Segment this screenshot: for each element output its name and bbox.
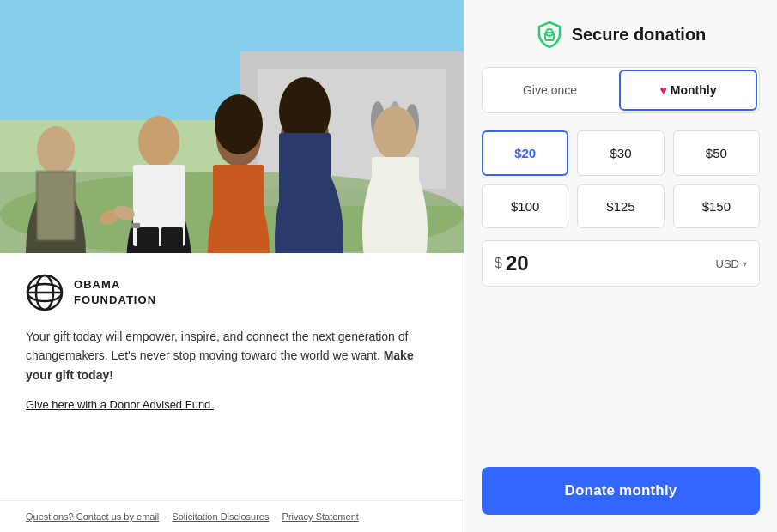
disclosures-link[interactable]: Solicitation Disclosures (172, 511, 269, 522)
secure-header: Secure donation (482, 21, 760, 48)
svg-rect-28 (372, 157, 419, 230)
donate-button[interactable]: Donate monthly (482, 467, 760, 515)
secure-title: Secure donation (572, 25, 707, 45)
svg-point-27 (373, 106, 416, 160)
amount-btn-125[interactable]: $125 (577, 184, 664, 228)
daf-link[interactable]: Give here with a Donor Advised Fund. (26, 398, 214, 411)
amount-btn-100[interactable]: $100 (482, 184, 568, 228)
svg-rect-31 (131, 223, 140, 228)
svg-point-10 (37, 126, 75, 174)
footer-links: Questions? Contact us by email · Solicit… (0, 500, 464, 532)
obama-foundation-logo (26, 274, 64, 311)
amount-btn-50[interactable]: $50 (673, 130, 760, 176)
svg-rect-17 (161, 227, 183, 253)
svg-rect-25 (279, 133, 331, 219)
currency-label: USD (716, 257, 739, 270)
currency-selector[interactable]: USD ▾ (716, 257, 747, 270)
description-text: Your gift today will empower, inspire, a… (26, 327, 438, 384)
left-panel: OBAMA FOUNDATION Your gift today will em… (0, 0, 464, 532)
amount-btn-150[interactable]: $150 (673, 184, 760, 228)
amount-display[interactable]: 20 (506, 251, 716, 275)
give-once-tab[interactable]: Give once (483, 68, 617, 112)
currency-symbol: $ (495, 256, 502, 271)
left-content: OBAMA FOUNDATION Your gift today will em… (0, 253, 464, 500)
logo-area: OBAMA FOUNDATION (26, 274, 438, 311)
right-panel: Secure donation Give once ♥Monthly $20 $… (464, 0, 777, 532)
amount-btn-30[interactable]: $30 (577, 130, 664, 176)
sep1: · (164, 511, 167, 522)
custom-amount-field: $ 20 USD ▾ (482, 240, 760, 287)
amount-grid: $20 $30 $50 $100 $125 $150 (482, 130, 760, 228)
amount-btn-20[interactable]: $20 (482, 130, 568, 176)
svg-rect-16 (137, 227, 159, 253)
sep2: · (274, 511, 276, 522)
heart-icon: ♥ (660, 83, 667, 97)
logo-text: OBAMA FOUNDATION (74, 277, 156, 308)
svg-rect-11 (37, 172, 75, 240)
svg-point-14 (138, 116, 179, 167)
frequency-tabs: Give once ♥Monthly (482, 67, 760, 113)
chevron-down-icon: ▾ (743, 259, 747, 269)
svg-point-38 (548, 35, 550, 38)
privacy-link[interactable]: Privacy Statement (282, 511, 359, 522)
svg-point-21 (215, 94, 263, 154)
svg-rect-20 (213, 165, 264, 246)
hero-image (0, 0, 464, 253)
monthly-tab[interactable]: ♥Monthly (619, 70, 757, 111)
secure-shield-icon (536, 21, 563, 48)
contact-link[interactable]: Questions? Contact us by email (26, 511, 159, 522)
